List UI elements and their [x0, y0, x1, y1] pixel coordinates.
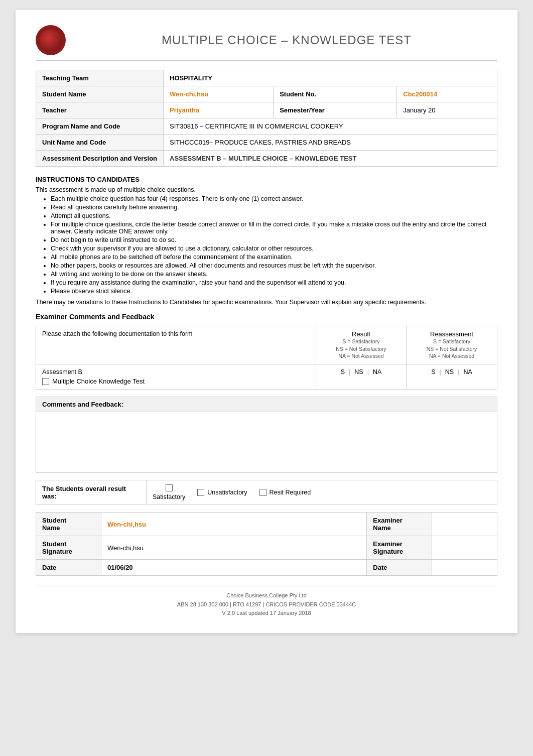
list-item: All mobile phones are to be switched off… [51, 254, 497, 261]
overall-result-table: The Students overall result was: Satisfa… [36, 480, 497, 505]
checkbox-text: Multiple Choice Knowledge Test [52, 377, 145, 385]
list-item: For multiple choice questions, circle th… [51, 221, 497, 235]
na-option-r: NA [463, 368, 472, 375]
label-student-sig: Student Signature [36, 536, 101, 560]
footer-line1: Choice Business College Pty Ltd [36, 591, 497, 600]
footer: Choice Business College Pty Ltd ABN 28 1… [36, 586, 497, 618]
list-item: Read all questions carefully before answ… [51, 204, 497, 211]
resit-checkbox[interactable] [259, 489, 266, 496]
page: MULTIPLE CHOICE – KNOWLEDGE TEST Teachin… [16, 10, 517, 633]
header: MULTIPLE CHOICE – KNOWLEDGE TEST [36, 25, 497, 61]
satisfactory-label: Satisfactory [153, 493, 185, 500]
value-student-name-b: Wen-chi,hsu [101, 513, 367, 536]
comments-section: Comments and Feedback: [36, 397, 497, 473]
resit-label: Resit Required [270, 489, 311, 496]
value-teacher: Priyantha [164, 102, 274, 118]
table-row: Student Signature Wen-chi,hsu Examiner S… [36, 536, 497, 560]
value-examiner-sig [432, 536, 497, 560]
label-examiner-sig: Examiner Signature [367, 536, 432, 560]
label-examiner-name: Examiner Name [367, 513, 432, 536]
multiple-choice-checkbox[interactable] [42, 378, 49, 385]
instructions-title: INSTRUCTIONS TO CANDIDATES [36, 176, 497, 183]
label-teaching-team: Teaching Team [36, 70, 164, 86]
list-item: If you require any assistance during the… [51, 279, 497, 286]
checkbox-area: Multiple Choice Knowledge Test [42, 377, 145, 385]
unsatisfactory-label: Unsatisfactory [207, 489, 247, 496]
footer-line3: V 2.0 Last updated 17 January 2018 [36, 609, 497, 618]
list-item: Each multiple choice question has four (… [51, 195, 497, 202]
examiner-result-cell: S | NS | NA [316, 364, 407, 389]
value-date: 01/06/20 [101, 560, 367, 576]
satisfactory-option: Satisfactory [153, 484, 185, 500]
value-student-sig: Wen-chi,hsu [101, 536, 367, 560]
result-sub: S = Satisfactory NS = Not Satisfactory N… [322, 338, 400, 360]
na-option: NA [373, 368, 381, 375]
assessment-b-label: Assessment B [42, 368, 82, 375]
table-row: Assessment Description and Version ASSES… [36, 151, 497, 167]
logo [36, 25, 66, 55]
list-item: Check with your supervisor if you are al… [51, 245, 497, 252]
list-item: Please observe strict silence. [51, 288, 497, 295]
label-student-name: Student Name [36, 86, 164, 102]
instructions-list: Each multiple choice question has four (… [51, 195, 497, 295]
list-item: No other papers, books or resources are … [51, 262, 497, 269]
result-options-area: Satisfactory Unsatisfactory Resit Requir… [153, 484, 491, 500]
table-row: Date 01/06/20 Date [36, 560, 497, 576]
comments-header: Comments and Feedback: [36, 397, 497, 412]
ns-option-r: NS [445, 368, 454, 375]
label-student-name-b: Student Name [36, 513, 101, 536]
value-examiner-name [432, 513, 497, 536]
table-row: Program Name and Code SIT30816 – CERTIFI… [36, 118, 497, 135]
label-unit: Unit Name and Code [36, 135, 164, 151]
instructions-intro: This assessment is made up of multiple c… [36, 186, 497, 193]
table-row: Teaching Team HOSPITALITY [36, 70, 497, 86]
list-item: All writing and working to be done on th… [51, 271, 497, 278]
reassessment-options: S | NS | NA [431, 368, 472, 375]
examiner-col2-header: Result S = Satisfactory NS = Not Satisfa… [316, 326, 407, 364]
table-row: Student Name Wen-chi,hsu Student No. Cbc… [36, 86, 497, 102]
overall-result-options: Satisfactory Unsatisfactory Resit Requir… [147, 480, 497, 505]
label-date: Date [36, 560, 101, 576]
header-title-area: MULTIPLE CHOICE – KNOWLEDGE TEST [76, 33, 497, 47]
examiner-body-row: Assessment B Multiple Choice Knowledge T… [36, 364, 497, 389]
value-teaching-team: HOSPITALITY [164, 70, 497, 86]
value-semester: January 20 [397, 102, 497, 118]
value-student-name: Wen-chi,hsu [164, 86, 274, 102]
overall-result-label: The Students overall result was: [36, 480, 147, 505]
value-unit: SITHCCC019– PRODUCE CAKES, PASTRIES AND … [164, 135, 497, 151]
s-option: S [341, 368, 345, 375]
table-row: Student Name Wen-chi,hsu Examiner Name [36, 513, 497, 536]
value-student-no: Cbc200014 [397, 86, 497, 102]
examiner-header-row: Please attach the following documentatio… [36, 326, 497, 364]
reassessment-sub: S = Satisfactory NS = Not Satisfactory N… [413, 338, 491, 360]
info-table: Teaching Team HOSPITALITY Student Name W… [36, 70, 497, 167]
footer-line2: ABN 28 130 302 000 | RTO 41297 | CRICOS … [36, 600, 497, 609]
table-row: Unit Name and Code SITHCCC019– PRODUCE C… [36, 135, 497, 151]
bottom-table: Student Name Wen-chi,hsu Examiner Name S… [36, 512, 497, 576]
examiner-col3-header: Reassessment S = Satisfactory NS = Not S… [407, 326, 497, 364]
value-date-examiner [432, 560, 497, 576]
satisfactory-checkbox[interactable] [166, 484, 173, 491]
label-date-examiner: Date [367, 560, 432, 576]
examiner-reassessment-cell: S | NS | NA [407, 364, 497, 389]
s-option-r: S [431, 368, 435, 375]
examiner-row-label-area: Assessment B Multiple Choice Knowledge T… [36, 364, 316, 389]
overall-result-row: The Students overall result was: Satisfa… [36, 480, 497, 505]
examiner-col1-header: Please attach the following documentatio… [36, 326, 316, 364]
label-teacher: Teacher [36, 102, 164, 118]
value-program: SIT30816 – CERTIFICATE III IN COMMERCIAL… [164, 118, 497, 135]
resit-option: Resit Required [259, 489, 311, 496]
unsatisfactory-option: Unsatisfactory [197, 489, 247, 496]
comments-body[interactable] [36, 412, 497, 472]
value-assessment: ASSESSMENT B – MULTIPLE CHOICE – KNOWLED… [164, 151, 497, 167]
label-assessment: Assessment Description and Version [36, 151, 164, 167]
label-semester: Semester/Year [274, 102, 397, 118]
list-item: Attempt all questions. [51, 212, 497, 219]
unsatisfactory-checkbox[interactable] [197, 489, 204, 496]
ns-option: NS [354, 368, 363, 375]
reassessment-label: Reassessment [413, 330, 491, 338]
result-label: Result [322, 330, 400, 338]
label-student-no: Student No. [274, 86, 397, 102]
result-options: S | NS | NA [341, 368, 382, 375]
table-row: Teacher Priyantha Semester/Year January … [36, 102, 497, 118]
